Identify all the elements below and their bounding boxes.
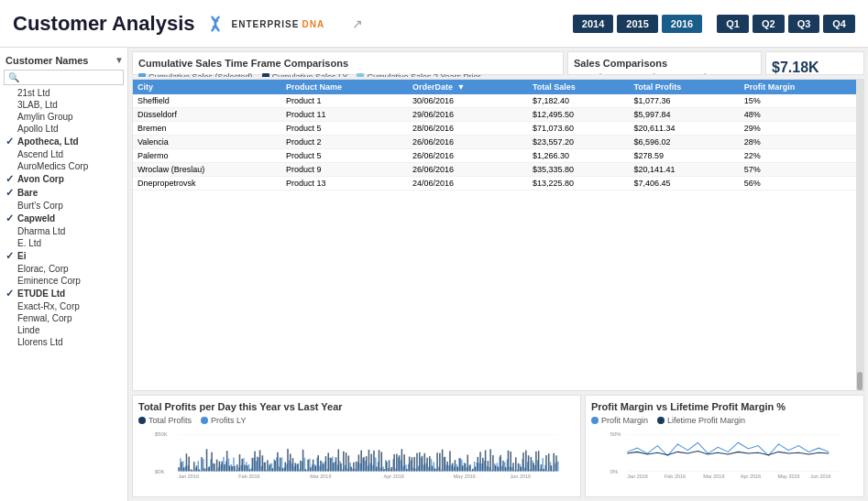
customer-list: 21st Ltd 3LAB, Ltd Amylin Group Apollo L… — [4, 87, 124, 348]
col-margin[interactable]: Profit Margin — [740, 80, 856, 94]
svg-text:Jan 2016: Jan 2016 — [627, 474, 648, 479]
svg-rect-278 — [502, 461, 504, 472]
list-item[interactable]: ✓Bare — [4, 186, 124, 200]
list-item[interactable]: Ascend Ltd — [4, 148, 124, 160]
svg-rect-86 — [259, 450, 261, 471]
svg-rect-44 — [206, 449, 208, 471]
svg-text:May 2016: May 2016 — [454, 474, 476, 479]
year-2014-button[interactable]: 2014 — [573, 15, 613, 33]
table-row[interactable]: PalermoProduct 526/06/2016$1,266.30$278.… — [133, 149, 856, 163]
svg-rect-58 — [224, 464, 225, 471]
col-date[interactable]: OrderDate ▼ — [408, 80, 528, 94]
dropdown-icon[interactable]: ▼ — [115, 55, 124, 65]
svg-rect-194 — [396, 454, 398, 472]
sales-legend: Total Sales Sales LY Sales 2 Yrs Prior — [574, 72, 755, 75]
svg-rect-134 — [320, 461, 322, 472]
right-panel: Sales Comparisons Total Sales Sales LY — [566, 48, 868, 77]
search-box[interactable]: 🔍 — [4, 70, 124, 85]
year-2015-button[interactable]: 2015 — [617, 15, 657, 33]
dna-icon — [205, 14, 225, 34]
svg-rect-72 — [241, 459, 243, 472]
svg-rect-66 — [234, 466, 236, 472]
scroll-thumb[interactable] — [857, 372, 863, 390]
data-table: City Product Name OrderDate ▼ Total Sale… — [133, 80, 856, 191]
year-2016-button[interactable]: 2016 — [662, 15, 702, 33]
q1-button[interactable]: Q1 — [717, 15, 749, 33]
col-sales[interactable]: Total Sales — [528, 80, 629, 94]
svg-rect-56 — [221, 462, 223, 472]
svg-rect-252 — [469, 464, 471, 471]
svg-rect-46 — [209, 466, 211, 471]
svg-rect-176 — [373, 451, 375, 472]
q3-button[interactable]: Q3 — [788, 15, 820, 33]
col-city[interactable]: City — [133, 80, 281, 94]
table-row[interactable]: Wroclaw (Breslau)Product 926/06/2016$35,… — [133, 163, 856, 177]
svg-rect-228 — [439, 453, 441, 472]
list-item[interactable]: AuroMedics Corp — [4, 160, 124, 172]
list-item[interactable]: ✓Capweld — [4, 212, 124, 225]
svg-rect-110 — [290, 453, 291, 471]
list-item[interactable]: Apollo Ltd — [4, 123, 124, 135]
list-item[interactable]: 3LAB, Ltd — [4, 99, 124, 111]
col-profits[interactable]: Total Profits — [630, 80, 740, 94]
legend-sales-2yr: Sales 2 Yrs Prior — [684, 72, 755, 75]
profit-margin-title: Profit Margin vs Lifetime Profit Margin … — [591, 401, 858, 412]
list-item[interactable]: Fenwal, Corp — [4, 312, 124, 324]
list-item[interactable]: Amylin Group — [4, 111, 124, 123]
svg-rect-258 — [478, 457, 479, 472]
legend-lifetime-margin: Lifetime Profit Margin — [657, 416, 745, 425]
list-item[interactable]: E. Ltd — [4, 237, 124, 249]
table-row[interactable]: SheffieldProduct 130/06/2016$7,182.40$1,… — [133, 94, 856, 108]
list-item[interactable]: Llorens Ltd — [4, 336, 124, 348]
list-item[interactable]: ✓Apotheca, Ltd — [4, 135, 124, 148]
table-row[interactable]: DnepropetrovskProduct 1324/06/2016$13,22… — [133, 177, 856, 191]
svg-rect-238 — [452, 463, 454, 472]
svg-rect-144 — [333, 463, 335, 471]
table-row[interactable]: DüsseldorfProduct 1129/06/2016$12,495.50… — [133, 108, 856, 122]
svg-rect-150 — [340, 463, 342, 472]
svg-rect-226 — [436, 452, 438, 471]
profits-day-title: Total Profits per Day this Year vs Last … — [138, 401, 575, 412]
list-item[interactable]: Elorac, Corp — [4, 263, 124, 275]
search-input[interactable] — [21, 72, 119, 82]
svg-rect-254 — [472, 469, 474, 472]
list-item[interactable]: Burt's Corp — [4, 200, 124, 212]
legend-profit-margin: Profit Margin — [591, 416, 648, 425]
svg-rect-274 — [498, 467, 500, 472]
svg-rect-240 — [455, 460, 456, 471]
svg-rect-300 — [531, 457, 533, 472]
list-item[interactable]: ✓Ei — [4, 249, 124, 263]
list-item[interactable]: Eminence Corp — [4, 275, 124, 287]
list-item[interactable]: Dharma Ltd — [4, 225, 124, 237]
svg-rect-180 — [379, 450, 380, 471]
list-item[interactable]: ✓ETUDE Ltd — [4, 287, 124, 300]
svg-rect-246 — [462, 465, 464, 471]
list-item[interactable]: ✓Avon Corp — [4, 172, 124, 186]
q2-button[interactable]: Q2 — [753, 15, 785, 33]
svg-rect-138 — [325, 456, 327, 471]
col-product[interactable]: Product Name — [281, 80, 408, 94]
svg-rect-284 — [510, 452, 511, 472]
svg-rect-280 — [505, 467, 507, 471]
svg-text:Feb 2016: Feb 2016 — [665, 474, 686, 479]
legend-selected: Cumulative Sales (Selected) — [138, 72, 253, 77]
svg-rect-198 — [401, 449, 403, 471]
main-content: Customer Names ▼ 🔍 21st Ltd 3LAB, Ltd Am… — [0, 48, 868, 501]
svg-rect-321 — [557, 462, 559, 472]
center-content: Cumulative Sales Time Frame Comparisons … — [128, 48, 868, 501]
legend-sales-ly: Sales LY — [633, 72, 676, 75]
list-item[interactable]: 21st Ltd — [4, 87, 124, 99]
list-item[interactable]: Exact-Rx, Corp — [4, 300, 124, 312]
svg-rect-192 — [393, 454, 395, 472]
table-row[interactable]: ValenciaProduct 226/06/2016$23,557.20$6,… — [133, 136, 856, 149]
svg-rect-80 — [252, 458, 254, 472]
legend-2yr: Cumulative Sales 2 Years Prior — [357, 72, 480, 77]
svg-rect-298 — [528, 455, 530, 471]
q4-button[interactable]: Q4 — [823, 15, 855, 33]
table-row[interactable]: BremenProduct 528/06/2016$71,073.60$20,6… — [133, 122, 856, 136]
svg-rect-242 — [456, 467, 458, 472]
svg-text:Jan 2016: Jan 2016 — [178, 474, 199, 479]
scrollbar[interactable] — [856, 80, 863, 390]
list-item[interactable]: Linde — [4, 324, 124, 336]
svg-rect-162 — [356, 462, 357, 472]
